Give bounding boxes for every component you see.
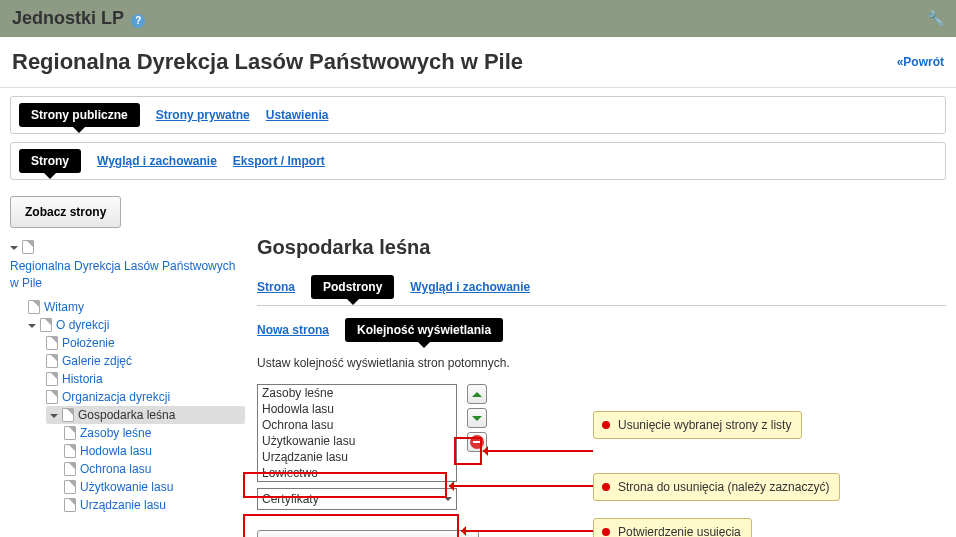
chevron-down-icon (444, 497, 452, 501)
page-icon (62, 408, 74, 422)
tab-public-pages[interactable]: Strony publiczne (19, 103, 140, 127)
dropdown-selected: Certyfikaty (262, 492, 319, 506)
list-item[interactable]: Ochrona lasu (258, 417, 456, 433)
section-tabs-box: Strony Wygląd i zachowanie Eksport / Imp… (10, 142, 946, 180)
callout-select: Strona do usunięcia (należy zaznaczyć) (593, 473, 840, 501)
tab-display-order[interactable]: Kolejność wyświetlania (345, 318, 503, 342)
callout-confirm: Potwierdzenie usuięcia (593, 518, 752, 537)
tab-subpages[interactable]: Podstrony (311, 275, 394, 299)
order-buttons (467, 384, 487, 452)
tree-column: Regionalna Dyrekcja Lasów Państwowych w … (10, 236, 245, 537)
tree-item-forestry[interactable]: Gospodarka leśna (46, 406, 245, 424)
tree-item-about[interactable]: O dyrekcji (28, 316, 245, 334)
annotation-arrow (483, 450, 593, 452)
page-icon (64, 462, 76, 476)
page-icon (28, 300, 40, 314)
update-order-button[interactable]: Aktualizuj kolejność wyświetlania (257, 530, 479, 537)
page-tab-row: Strona Podstrony Wygląd i zachowanie (257, 275, 946, 306)
tree-toggle-icon[interactable] (50, 414, 58, 418)
list-item[interactable]: Urządzanie lasu (258, 449, 456, 465)
page-icon (64, 498, 76, 512)
tree-item-history[interactable]: Historia (46, 370, 245, 388)
page-icon (46, 354, 58, 368)
move-down-button[interactable] (467, 408, 487, 428)
subheader: Regionalna Dyrekcja Lasów Państwowych w … (0, 37, 956, 88)
wrench-icon[interactable]: 🔧 (927, 10, 944, 26)
tree-item-breeding[interactable]: Hodowla lasu (64, 442, 245, 460)
content-title: Gospodarka leśna (257, 236, 946, 259)
list-item[interactable]: Hodowla lasu (258, 401, 456, 417)
description-text: Ustaw kolejność wyświetlania stron potom… (257, 356, 946, 370)
tree-item-welcome[interactable]: Witamy (28, 298, 245, 316)
tab-page[interactable]: Strona (257, 275, 295, 299)
page-icon (64, 426, 76, 440)
tab-new-page[interactable]: Nowa strona (257, 318, 329, 342)
annotation-arrow (461, 530, 593, 532)
tree-item-use[interactable]: Użytkowanie lasu (64, 478, 245, 496)
header-title: Jednostki LP (12, 8, 124, 29)
page-select-dropdown[interactable]: Certyfikaty (257, 488, 457, 510)
header-bar: Jednostki LP ? 🔧 (0, 0, 956, 37)
callout-remove: Usunięcie wybranej strony z listy (593, 411, 802, 439)
arrow-up-icon (472, 392, 482, 397)
list-item[interactable]: Zasoby leśne (258, 385, 456, 401)
content-column: Gospodarka leśna Strona Podstrony Wygląd… (245, 236, 946, 537)
page-icon (40, 318, 52, 332)
list-item[interactable]: Użytkowanie lasu (258, 433, 456, 449)
tree-item-location[interactable]: Położenie (46, 334, 245, 352)
tab-pages[interactable]: Strony (19, 149, 81, 173)
tab-private-pages[interactable]: Strony prywatne (156, 103, 250, 127)
page-icon (46, 336, 58, 350)
tree-item-arrangement[interactable]: Urządzanie lasu (64, 496, 245, 514)
tab-settings[interactable]: Ustawienia (266, 103, 329, 127)
tree-root-row (10, 240, 245, 254)
move-up-button[interactable] (467, 384, 487, 404)
help-icon[interactable]: ? (131, 14, 145, 28)
arrow-down-icon (472, 416, 482, 421)
tree-list: Witamy O dyrekcji Położenie (10, 298, 245, 514)
tree-root-link[interactable]: Regionalna Dyrekcja Lasów Państwowych w … (10, 258, 245, 292)
tab-export-import[interactable]: Eksport / Import (233, 149, 325, 173)
section-tab-row: Strony Wygląd i zachowanie Eksport / Imp… (19, 149, 937, 173)
tree-toggle-icon[interactable] (28, 324, 36, 328)
tree-toggle-icon[interactable] (10, 246, 18, 250)
tree-item-org[interactable]: Organizacja dyrekcji (46, 388, 245, 406)
page-icon (64, 444, 76, 458)
page-icon (46, 390, 58, 404)
main-row: Regionalna Dyrekcja Lasów Państwowych w … (0, 236, 956, 537)
annotation-arrow (449, 485, 593, 487)
page-icon (22, 240, 34, 254)
list-item[interactable]: Łowiectwo (258, 465, 456, 481)
page-icon (46, 372, 58, 386)
subpage-action-row: Nowa strona Kolejność wyświetlania (257, 318, 946, 342)
tree-item-protection[interactable]: Ochrona lasu (64, 460, 245, 478)
back-link[interactable]: «Powrót (897, 55, 944, 69)
main-tabs-box: Strony publiczne Strony prywatne Ustawie… (10, 96, 946, 134)
tab-page-look[interactable]: Wygląd i zachowanie (410, 275, 530, 299)
delete-icon (470, 435, 484, 449)
tree-item-resources[interactable]: Zasoby leśne (64, 424, 245, 442)
view-pages-button[interactable]: Zobacz strony (10, 196, 121, 228)
order-listbox[interactable]: Zasoby leśne Hodowla lasu Ochrona lasu U… (257, 384, 457, 482)
page-icon (64, 480, 76, 494)
main-tab-row: Strony publiczne Strony prywatne Ustawie… (19, 103, 937, 127)
page-title: Regionalna Dyrekcja Lasów Państwowych w … (12, 49, 523, 75)
tab-look-behavior[interactable]: Wygląd i zachowanie (97, 149, 217, 173)
tree-item-galleries[interactable]: Galerie zdjęć (46, 352, 245, 370)
